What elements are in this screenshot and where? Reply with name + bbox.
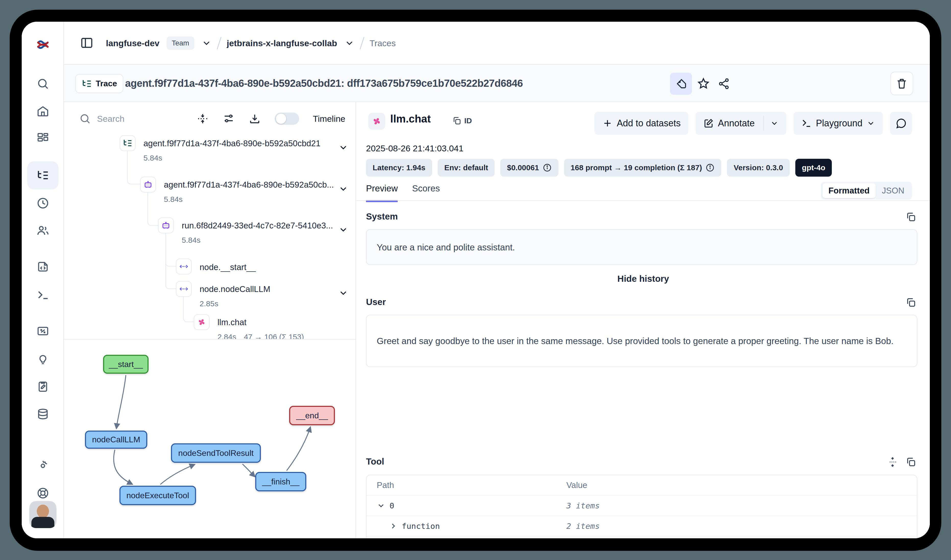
trace-tree-icon (123, 138, 133, 148)
add-to-datasets-button[interactable]: Add to datasets (594, 112, 688, 135)
tree-row-duration: 5.84s (164, 195, 183, 204)
playground-button[interactable]: Playground (794, 112, 883, 135)
model-badge[interactable]: gpt-4o (795, 159, 832, 177)
graph-node-finish[interactable]: __finish__ (255, 472, 306, 491)
table-row[interactable]: 0 3 items (366, 496, 917, 516)
sidebar-toggle-button[interactable] (75, 31, 98, 54)
file-code-icon (37, 260, 49, 273)
breadcrumb-project[interactable]: langfuse-dev (106, 38, 160, 48)
cost-badge[interactable]: $0.00061 (500, 159, 558, 177)
chevron-down-icon[interactable] (202, 38, 212, 48)
tabs-divider (357, 200, 930, 201)
graph-node-start[interactable]: __start__ (103, 355, 149, 374)
breadcrumb-page[interactable]: Traces (369, 38, 396, 48)
avatar[interactable] (29, 501, 56, 528)
user-message-text: Greet and say goodbye to the user in the… (377, 333, 894, 349)
copy-icon[interactable] (905, 297, 917, 308)
rail-search[interactable] (22, 71, 64, 96)
table-row[interactable]: id "call_n2HaWg9KFP0BZDqXv6G4b3nJ" (366, 537, 917, 538)
tree-row-label: node.nodeCallLLM (200, 284, 270, 294)
rail-playground[interactable] (22, 283, 64, 307)
agent-graph: __start__ nodeCallLLM nodeSendToolResult… (64, 340, 355, 538)
info-icon (705, 163, 715, 172)
rail-tracing-active[interactable] (27, 161, 58, 189)
collapse-vertical-icon[interactable] (197, 112, 209, 125)
detail-tabs: Preview Scores (366, 183, 440, 202)
table-row[interactable]: function 2 items (366, 516, 917, 537)
observation-id[interactable]: ID (452, 116, 472, 126)
rail-home[interactable] (22, 99, 64, 123)
terminal-icon (37, 288, 49, 301)
avatar-head (37, 505, 49, 518)
chevron-right-icon[interactable] (389, 522, 398, 531)
chevron-down-icon[interactable] (338, 288, 348, 298)
download-icon[interactable] (249, 112, 261, 125)
hide-history-button[interactable]: Hide history (357, 274, 930, 284)
lightbulb-icon (37, 353, 49, 366)
graph-node-send-tool-result[interactable]: nodeSendToolResult (171, 443, 261, 463)
chevron-down-icon[interactable] (338, 142, 348, 152)
breadcrumb-environment[interactable]: jetbrains-x-langfuse-collab (227, 38, 337, 48)
rail-settings[interactable] (22, 454, 64, 478)
chevron-down-icon[interactable] (338, 184, 348, 194)
share-button[interactable] (714, 73, 734, 95)
tab-preview[interactable]: Preview (366, 183, 398, 202)
trace-type-badge: Trace (75, 74, 123, 93)
star-button[interactable] (693, 73, 714, 95)
topbar: langfuse-dev Team jetbrains-x-langfuse-c… (64, 22, 930, 65)
chevron-down-icon[interactable] (770, 119, 779, 128)
langfuse-logo (22, 32, 64, 57)
tab-scores[interactable]: Scores (412, 183, 440, 202)
star-icon (697, 77, 710, 90)
column-value: Value (566, 480, 587, 490)
rail-prompts[interactable] (22, 254, 64, 279)
tag-icon (675, 78, 687, 90)
expand-vertical-icon[interactable] (887, 456, 898, 468)
filter-settings-icon[interactable] (223, 112, 235, 125)
tag-button[interactable] (670, 73, 692, 95)
clock-icon (37, 197, 49, 209)
env-badge: Env: default (438, 159, 495, 177)
users-icon (37, 224, 49, 237)
rail-annotation[interactable] (22, 374, 64, 399)
generation-icon-box (194, 314, 209, 330)
button-divider (763, 116, 764, 131)
rail-dashboards[interactable] (22, 126, 64, 151)
tree-search[interactable]: Search (79, 113, 125, 125)
format-toggle[interactable]: Formatted JSON (821, 182, 912, 200)
tool-section-actions (887, 456, 917, 468)
search-icon (79, 113, 91, 125)
format-json[interactable]: JSON (876, 186, 910, 195)
generation-pinwheel-icon (197, 317, 206, 327)
tree-row-duration: 5.84s (182, 236, 200, 245)
tool-section-label: Tool (366, 456, 384, 466)
chevron-down-icon[interactable] (377, 501, 385, 510)
comments-button[interactable] (890, 112, 912, 135)
delete-trace-button[interactable] (890, 72, 913, 95)
graph-node-call-llm[interactable]: nodeCallLLM (85, 431, 147, 449)
rail-sessions[interactable] (22, 191, 64, 215)
graph-node-execute-tool[interactable]: nodeExecuteTool (120, 486, 196, 505)
rail-evaluation[interactable] (22, 319, 64, 343)
tree-row-label: run.6f8d2449-33ed-4c7c-82e7-5410e3... (182, 221, 333, 231)
timeline-toggle[interactable] (275, 112, 299, 125)
rail-insights[interactable] (22, 347, 64, 371)
home-icon (37, 105, 49, 117)
rail-users[interactable] (22, 218, 64, 243)
copy-icon[interactable] (905, 456, 917, 468)
tokens-badge[interactable]: 168 prompt → 19 completion (Σ 187) (564, 159, 722, 177)
tree-row-label: llm.chat (217, 317, 246, 327)
format-formatted[interactable]: Formatted (822, 183, 876, 198)
chevron-down-icon[interactable] (344, 38, 354, 48)
agent-icon-box (140, 177, 156, 192)
copy-icon[interactable] (905, 211, 917, 223)
breadcrumb-separator (217, 37, 222, 49)
rail-datasets[interactable] (22, 402, 64, 426)
dashboard-grid-icon (37, 132, 49, 145)
graph-node-end[interactable]: __end__ (289, 406, 335, 425)
annotate-button[interactable]: Annotate (696, 112, 786, 135)
team-badge: Team (167, 37, 194, 50)
system-section-label: System (366, 211, 398, 222)
json-value: 3 items (566, 501, 600, 510)
chevron-down-icon[interactable] (338, 225, 348, 235)
